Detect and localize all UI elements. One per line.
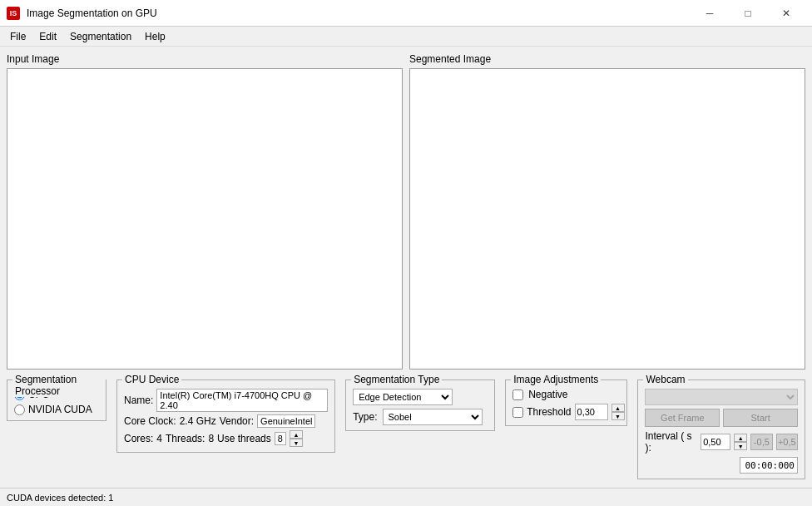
app-icon: IS <box>7 7 20 20</box>
seg-subtype-dropdown[interactable]: Sobel Canny Prewitt <box>383 409 483 425</box>
cpu-device-legend: CPU Device <box>122 374 181 385</box>
status-text: CUDA devices detected: 1 <box>7 493 113 503</box>
threshold-down[interactable]: ▼ <box>611 412 625 420</box>
cuda-radio[interactable] <box>14 404 25 415</box>
cores-label: Cores: <box>124 433 153 444</box>
use-threads-spinner[interactable]: ▲ ▼ <box>290 430 303 447</box>
maximize-button[interactable]: □ <box>729 0 767 27</box>
main-content: Input Image Segmented Image Segmentation… <box>0 47 812 488</box>
window-title: Image Segmentation on GPU <box>27 7 691 19</box>
img-adj-legend: Image Adjustments <box>511 374 601 385</box>
image-adjustments-section: Image Adjustments Negative Threshold ▲ ▼ <box>505 380 627 426</box>
webcam-section: Webcam Get Frame Start Interval ( s ): ▲… <box>637 380 805 479</box>
interval-input[interactable] <box>701 434 730 450</box>
interval-up[interactable]: ▲ <box>734 434 747 442</box>
interval-row: Interval ( s ): ▲ ▼ -0,5 +0,5 <box>645 430 798 454</box>
cuda-label: NVIDIA CUDA <box>28 404 92 415</box>
segmented-panel-label: Segmented Image <box>409 53 805 65</box>
menu-file[interactable]: File <box>3 29 32 44</box>
close-button[interactable]: ✕ <box>767 0 805 27</box>
use-threads-label: Use threads <box>217 433 271 444</box>
interval-label: Interval ( s ): <box>645 430 697 454</box>
threshold-spinner[interactable]: ▲ ▼ <box>611 404 625 420</box>
cpu-clock-row: Core Clock: 2.4 GHz Vendor: GenuineIntel <box>124 414 328 428</box>
seg-processor-legend: Segmentation Processor <box>12 374 106 397</box>
segmented-canvas <box>409 68 805 370</box>
clock-value: 2.4 GHz <box>180 415 216 427</box>
threshold-checkbox[interactable] <box>512 407 523 418</box>
start-button[interactable]: Start <box>723 409 798 427</box>
clock-label: Core Clock: <box>124 415 176 427</box>
negative-row: Negative <box>512 389 620 400</box>
cores-value: 4 <box>156 433 162 444</box>
threshold-row: Threshold ▲ ▼ <box>512 404 620 420</box>
cuda-radio-item[interactable]: NVIDIA CUDA <box>14 404 99 415</box>
menu-help[interactable]: Help <box>138 29 172 44</box>
cpu-device-section: CPU Device Name: Intel(R) Core(TM) i7-47… <box>116 380 335 453</box>
use-threads-up[interactable]: ▲ <box>290 430 303 439</box>
vendor-label: Vendor: <box>220 415 254 427</box>
threshold-up[interactable]: ▲ <box>611 404 625 412</box>
input-panel-label: Input Image <box>7 53 403 65</box>
interval-down[interactable]: ▼ <box>734 442 747 450</box>
vendor-value: GenuineIntel <box>257 414 315 428</box>
menu-bar: File Edit Segmentation Help <box>0 27 812 47</box>
cpu-cores-row: Cores: 4 Threads: 8 Use threads 8 ▲ ▼ <box>124 430 328 447</box>
minimize-button[interactable]: ─ <box>691 0 729 27</box>
status-bar: CUDA devices detected: 1 <box>0 488 812 506</box>
interval-spinner[interactable]: ▲ ▼ <box>734 434 747 450</box>
webcam-btn-row: Get Frame Start <box>645 409 798 427</box>
webcam-legend: Webcam <box>643 374 687 385</box>
device-info: Name: Intel(R) Core(TM) i7-4700HQ CPU @ … <box>124 389 328 447</box>
menu-segmentation[interactable]: Segmentation <box>63 29 138 44</box>
cpu-name-row: Name: Intel(R) Core(TM) i7-4700HQ CPU @ … <box>124 389 328 412</box>
use-threads-value: 8 <box>275 432 286 445</box>
bottom-controls: Segmentation Processor CPU NVIDIA CUDA C… <box>7 375 805 481</box>
subtype-label: Type: <box>353 411 377 423</box>
threads-value: 8 <box>208 433 214 444</box>
webcam-content: Get Frame Start Interval ( s ): ▲ ▼ -0,5… <box>645 389 798 474</box>
segmented-panel: Segmented Image <box>409 53 805 370</box>
seg-subtype-row: Type: Sobel Canny Prewitt <box>353 409 488 425</box>
menu-edit[interactable]: Edit <box>32 29 63 44</box>
plus-btn[interactable]: +0,5 <box>776 434 798 450</box>
window-controls: ─ □ ✕ <box>691 0 805 27</box>
input-panel: Input Image <box>7 53 403 370</box>
adj-content: Negative Threshold ▲ ▼ <box>512 389 620 420</box>
segmentation-processor-section: Segmentation Processor CPU NVIDIA CUDA <box>7 380 106 421</box>
webcam-dropdown[interactable] <box>645 389 798 405</box>
minus-btn[interactable]: -0,5 <box>750 434 772 450</box>
seg-type-legend: Segmentation Type <box>351 374 442 385</box>
time-display: 00:00:000 <box>740 457 798 474</box>
negative-label: Negative <box>528 389 567 400</box>
seg-type-content: Edge Detection Threshold Region Growing … <box>353 389 488 425</box>
title-bar: IS Image Segmentation on GPU ─ □ ✕ <box>0 0 812 27</box>
threads-label: Threads: <box>166 433 205 444</box>
threshold-value-input[interactable] <box>575 404 608 420</box>
use-threads-down[interactable]: ▼ <box>290 439 303 447</box>
input-canvas <box>7 68 403 370</box>
image-panels: Input Image Segmented Image <box>7 53 805 370</box>
name-value: Intel(R) Core(TM) i7-4700HQ CPU @ 2.40 <box>156 389 328 412</box>
negative-checkbox[interactable] <box>512 389 523 400</box>
name-label: Name: <box>124 394 153 406</box>
seg-type-dropdown-row: Edge Detection Threshold Region Growing <box>353 389 488 405</box>
threshold-label: Threshold <box>527 406 571 418</box>
seg-type-dropdown[interactable]: Edge Detection Threshold Region Growing <box>353 389 453 405</box>
segmentation-type-section: Segmentation Type Edge Detection Thresho… <box>345 380 495 431</box>
get-frame-button[interactable]: Get Frame <box>645 409 720 427</box>
